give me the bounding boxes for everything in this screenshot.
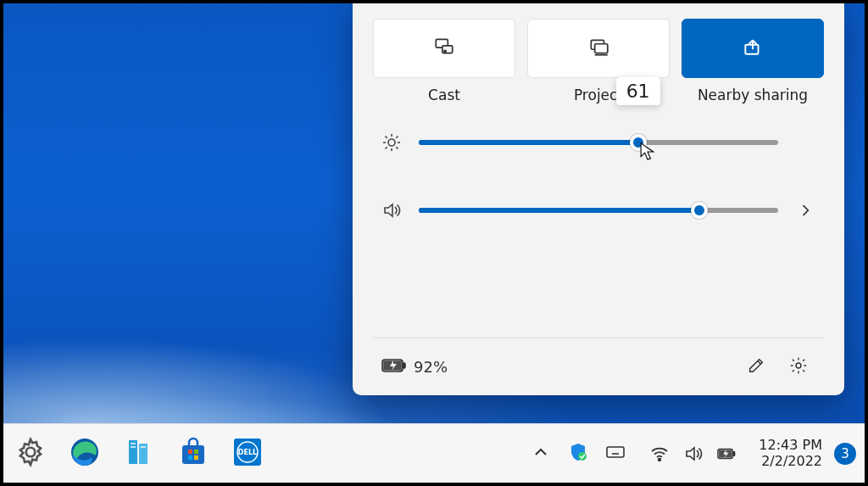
svg-line-12	[386, 137, 387, 138]
svg-line-13	[396, 147, 398, 148]
svg-point-43	[659, 458, 661, 461]
volume-expand-button[interactable]	[793, 202, 817, 219]
battery-icon	[381, 357, 407, 377]
taskbar-clock[interactable]: 12:43 PM 2/2/2022	[759, 438, 822, 469]
volume-slider-row	[380, 200, 817, 221]
chevron-up-icon	[531, 442, 551, 466]
speaker-icon	[681, 441, 706, 466]
taskbar: DELL	[3, 423, 865, 483]
svg-rect-29	[188, 450, 192, 454]
svg-rect-17	[403, 363, 405, 368]
quick-settings-tiles	[373, 19, 824, 78]
svg-rect-37	[607, 447, 624, 457]
svg-rect-27	[141, 446, 146, 448]
clock-time: 12:43 PM	[759, 438, 822, 453]
nearby-sharing-tile[interactable]	[682, 19, 824, 78]
brightness-icon	[380, 132, 403, 153]
notification-count: 3	[841, 446, 849, 461]
share-icon	[742, 36, 764, 61]
svg-line-19	[758, 360, 761, 364]
project-tile[interactable]	[527, 19, 670, 78]
svg-rect-30	[194, 450, 198, 454]
quick-settings-footer: 92%	[373, 338, 824, 395]
svg-text:DELL: DELL	[238, 449, 257, 456]
pencil-icon	[747, 356, 765, 378]
svg-line-14	[386, 147, 387, 148]
taskbar-edge-app[interactable]	[66, 435, 103, 472]
svg-rect-6	[745, 45, 758, 54]
nearby-sharing-label: Nearby sharing	[682, 87, 824, 103]
brightness-slider[interactable]: 61	[419, 140, 778, 145]
tray-security-icon[interactable]	[565, 441, 591, 466]
tray-overflow-button[interactable]	[528, 441, 554, 466]
svg-point-2	[444, 50, 446, 52]
cursor-arrow-icon	[640, 142, 655, 162]
gear-icon	[789, 356, 808, 378]
svg-rect-4	[595, 44, 608, 53]
notification-badge[interactable]: 3	[834, 443, 856, 465]
svg-rect-25	[131, 443, 136, 444]
svg-point-36	[578, 452, 587, 461]
volume-icon	[380, 200, 403, 221]
brightness-tooltip: 61	[616, 77, 660, 105]
svg-rect-45	[733, 451, 735, 455]
cast-icon	[433, 36, 455, 61]
quick-settings-flyout: Cast Project Nearby sharing	[353, 3, 844, 395]
clock-date: 2/2/2022	[759, 454, 822, 469]
svg-point-20	[796, 363, 801, 368]
store-icon	[178, 437, 209, 471]
wifi-icon	[647, 441, 672, 466]
battery-tray-icon	[715, 441, 740, 466]
tray-keyboard-button[interactable]	[603, 441, 628, 466]
brightness-slider-row: 61	[380, 132, 817, 153]
edit-quick-settings-button[interactable]	[739, 350, 773, 384]
battery-status-button[interactable]: 92%	[381, 357, 448, 377]
svg-rect-31	[188, 455, 192, 460]
keyboard-icon	[605, 442, 626, 466]
taskbar-settings-app[interactable]	[12, 435, 49, 472]
edge-icon	[70, 437, 100, 471]
svg-rect-28	[182, 445, 204, 464]
battery-percent-label: 92%	[414, 358, 448, 376]
taskbar-dell-app[interactable]: DELL	[229, 435, 266, 472]
taskbar-store-app[interactable]	[175, 435, 212, 472]
svg-point-7	[388, 139, 395, 146]
cast-label: Cast	[373, 87, 515, 103]
dell-icon: DELL	[232, 437, 263, 471]
cast-tile[interactable]	[373, 19, 515, 78]
gear-icon	[15, 437, 46, 471]
server-icon	[124, 437, 154, 471]
system-tray-button[interactable]	[640, 438, 747, 470]
settings-button[interactable]	[782, 350, 815, 384]
project-icon	[587, 36, 609, 61]
shield-icon	[568, 442, 588, 466]
svg-rect-26	[131, 446, 136, 448]
svg-rect-32	[194, 455, 198, 460]
taskbar-files-app[interactable]	[120, 435, 158, 472]
volume-slider[interactable]	[419, 208, 778, 213]
svg-point-21	[26, 447, 36, 456]
svg-line-15	[396, 137, 398, 138]
